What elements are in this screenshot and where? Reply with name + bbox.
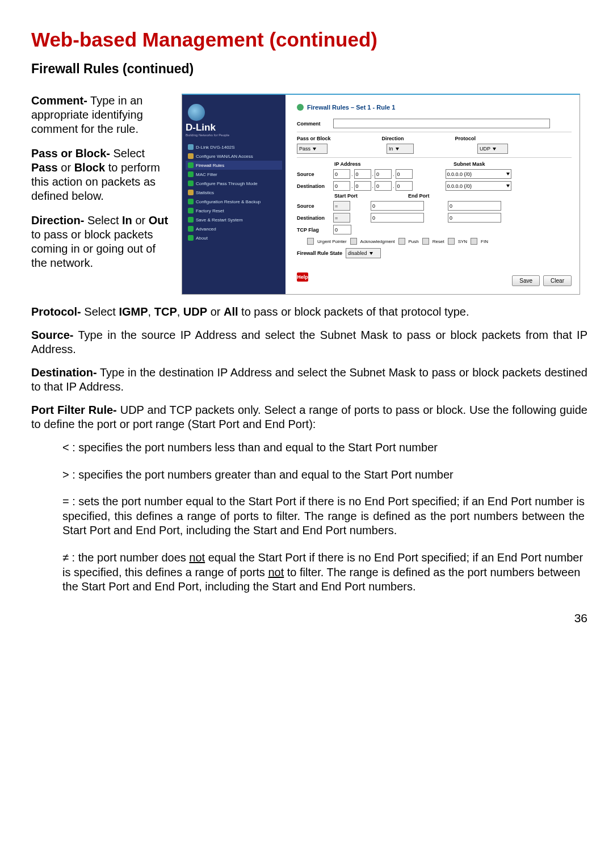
port-op-select[interactable]: = — [333, 213, 350, 223]
chevron-down-icon — [370, 252, 373, 255]
state-label: Firewall Rule State — [297, 250, 342, 256]
ip-octet-input[interactable]: 0 — [375, 169, 392, 179]
nav-item[interactable]: Configuration Restore & Backup — [186, 197, 282, 206]
brand-sub: Building Networks for People — [186, 133, 282, 137]
mask-header: Subnet Mask — [454, 161, 539, 167]
source-ip: 0. 0. 0. 0 — [333, 169, 413, 179]
guide-ne: ≠ : the port number does not equal the S… — [62, 551, 585, 594]
dest-row-label: Destination — [297, 183, 330, 189]
nav-item[interactable]: Configure WAN/LAN Access — [186, 152, 282, 161]
ip-octet-input[interactable]: 0 — [333, 181, 350, 191]
dest-ip: 0. 0. 0. 0 — [333, 181, 413, 191]
port-guide: < : specifies the port numbers less than… — [62, 441, 585, 594]
chevron-down-icon — [396, 148, 399, 150]
help-button[interactable]: Help — [297, 272, 308, 282]
dest-row-label: Destination — [297, 215, 330, 221]
dest-mask-select[interactable]: 0.0.0.0 (/0) — [446, 181, 511, 191]
globe-icon — [188, 104, 205, 121]
endport-input[interactable]: 0 — [448, 201, 501, 211]
destination-para: Destination- Type in the destination IP … — [31, 366, 587, 394]
chevron-down-icon — [493, 148, 496, 150]
cb-syn[interactable] — [448, 238, 455, 245]
subtitle: Firewall Rules (continued) — [31, 61, 587, 77]
page-number: 36 — [31, 611, 587, 625]
page-icon — [188, 162, 194, 168]
source-para: Source- Type in the source IP Address an… — [31, 328, 587, 357]
ip-octet-input[interactable]: 0 — [354, 169, 371, 179]
page-icon — [188, 226, 194, 232]
page-icon — [188, 235, 194, 241]
admin-screenshot: D-Link Building Networks for People D-Li… — [182, 94, 580, 295]
guide-lt: < : specifies the port numbers less than… — [62, 441, 585, 455]
page-icon — [188, 217, 194, 223]
protocol-select[interactable]: UDP — [477, 144, 508, 154]
shot-main: Firewall Rules – Set 1 - Rule 1 Comment … — [285, 95, 580, 294]
guide-eq: = : sets the port number equal to the St… — [62, 494, 585, 538]
protocol-label: Protocol — [455, 136, 476, 141]
folder-icon — [188, 190, 194, 195]
save-button[interactable]: Save — [512, 275, 540, 286]
gear-icon — [297, 104, 304, 111]
left-column-text: Comment- Type in an appropriate identify… — [31, 94, 170, 280]
ip-octet-input[interactable]: 0 — [375, 181, 392, 191]
comment-field-label: Comment — [297, 121, 330, 127]
nav-item[interactable]: About — [186, 233, 282, 242]
panel-title: Firewall Rules – Set 1 - Rule 1 — [297, 104, 572, 111]
tcpflag-label: TCP Flag — [297, 227, 330, 233]
page-icon — [188, 171, 194, 177]
page-title: Web-based Management (continued) — [31, 28, 587, 51]
nav-item[interactable]: MAC Filter — [186, 170, 282, 179]
comment-input[interactable] — [333, 119, 550, 128]
nav-item[interactable]: Advanced — [186, 224, 282, 233]
ip-octet-input[interactable]: 0 — [396, 169, 413, 179]
nav-item[interactable]: Configure Pass Through Mode — [186, 179, 282, 188]
chevron-down-icon — [506, 173, 510, 175]
page-icon — [188, 181, 194, 186]
source-row-label: Source — [297, 203, 330, 209]
cb-fin[interactable] — [471, 238, 477, 245]
nav-item[interactable]: Save & Restart System — [186, 215, 282, 224]
direction-select[interactable]: In — [387, 144, 414, 154]
source-row-label: Source — [297, 171, 330, 177]
chevron-down-icon — [313, 148, 316, 150]
page-icon — [188, 199, 194, 204]
page-icon — [188, 208, 194, 213]
nav-item[interactable]: Statistics — [186, 188, 282, 197]
cb-urgent[interactable] — [307, 238, 314, 245]
protocol-para: Protocol- Select IGMP, TCP, UDP or All t… — [31, 305, 587, 319]
pass-label: Pass or Block- — [31, 147, 110, 160]
cb-reset[interactable] — [422, 238, 429, 245]
direction-label: Direction- — [31, 214, 84, 227]
startport-input[interactable]: 0 — [371, 201, 424, 211]
port-op-select[interactable]: = — [333, 201, 350, 211]
direction-label: Direction — [382, 136, 404, 141]
clear-button[interactable]: Clear — [543, 275, 572, 286]
guide-gt: > : specifies the port numbers greater t… — [62, 468, 585, 483]
endport-header: End Port — [408, 193, 493, 199]
chevron-down-icon — [506, 184, 510, 187]
device-icon — [188, 144, 194, 150]
logo: D-Link Building Networks for People — [186, 104, 282, 137]
nav-item[interactable]: Factory Reset — [186, 206, 282, 215]
portfilter-para: Port Filter Rule- UDP and TCP packets on… — [31, 403, 587, 431]
ip-header: IP Address — [334, 161, 454, 167]
ip-octet-input[interactable]: 0 — [333, 169, 350, 179]
startport-input[interactable]: 0 — [371, 213, 424, 223]
cb-push[interactable] — [398, 238, 405, 245]
shot-sidebar: D-Link Building Networks for People D-Li… — [182, 95, 285, 294]
pass-block-label: Pass or Block — [297, 136, 331, 141]
source-mask-select[interactable]: 0.0.0.0 (/0) — [446, 169, 511, 179]
startport-header: Start Port — [334, 193, 408, 199]
tcpflag-input[interactable]: 0 — [333, 225, 351, 234]
folder-icon — [188, 153, 194, 159]
device-node[interactable]: D-Link DVG-1402S — [186, 142, 282, 152]
pass-select[interactable]: Pass — [297, 144, 328, 154]
state-select[interactable]: disabled — [346, 248, 381, 258]
endport-input[interactable]: 0 — [448, 213, 501, 223]
ip-octet-input[interactable]: 0 — [396, 181, 413, 191]
cb-ack[interactable] — [350, 238, 357, 245]
brand-text: D-Link — [186, 122, 282, 133]
nav-item[interactable]: Firewall Rules — [186, 161, 282, 170]
comment-label: Comment- — [31, 94, 87, 107]
ip-octet-input[interactable]: 0 — [354, 181, 371, 191]
